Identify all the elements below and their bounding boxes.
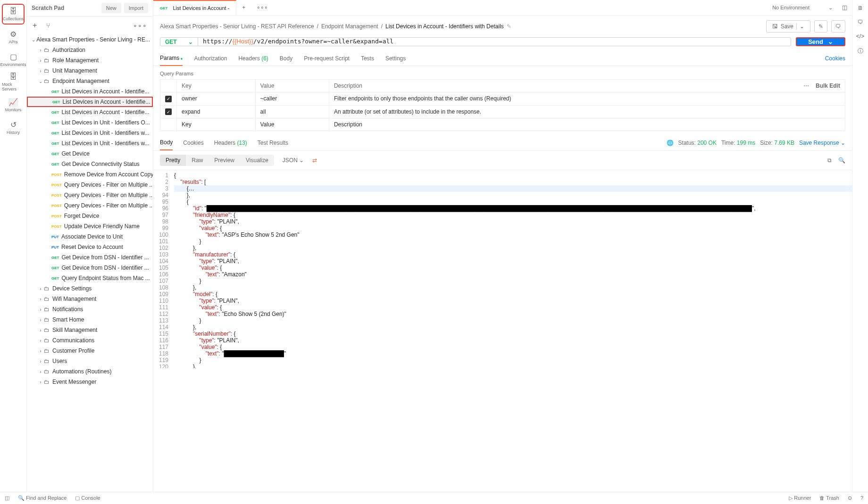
more-icon[interactable]: ∘∘∘ (133, 22, 147, 29)
environment-select[interactable]: No Environment⌄ (768, 3, 837, 13)
bulk-edit-link[interactable]: Bulk Edit (816, 83, 840, 89)
folder-customer-profile[interactable]: ›🗀Customer Profile (27, 346, 153, 356)
console[interactable]: ▢ Console (75, 495, 100, 501)
request-tab[interactable]: GET List Devices in Account - (153, 0, 236, 15)
runner[interactable]: ▷ Runner (789, 495, 811, 501)
docs-icon[interactable]: 🗎 (858, 5, 863, 11)
save-button[interactable]: 🖫Save⌄ (766, 20, 810, 33)
request-item[interactable]: POSTUpdate Device Friendly Name (27, 221, 153, 231)
code-icon[interactable]: </> (856, 33, 864, 40)
request-item[interactable]: POSTQuery Devices - Filter on Multiple .… (27, 190, 153, 200)
info-icon[interactable]: ⓘ (858, 47, 863, 55)
view-visualize[interactable]: Visualize (240, 155, 274, 166)
trash[interactable]: 🗑 Trash (819, 495, 839, 501)
request-item[interactable]: POSTQuery Devices - Filter on Multiple .… (27, 200, 153, 211)
folder-communications[interactable]: ›🗀Communications (27, 335, 153, 346)
filter-icon[interactable]: ⑂ (46, 22, 50, 29)
resp-tab-headers[interactable]: Headers (13) (214, 140, 247, 146)
request-item[interactable]: GETList Devices in Account - Identifie..… (27, 86, 153, 97)
comment-icon[interactable]: 🗨 (831, 20, 845, 33)
folder-unit-management[interactable]: ›🗀Unit Management (27, 66, 153, 76)
resp-tab-body[interactable]: Body (160, 135, 173, 150)
request-item[interactable]: GETList Devices in Unit - Identifiers O.… (27, 117, 153, 128)
param-row[interactable]: ✓expandallAn attribute (or set of attrib… (160, 105, 845, 118)
folder-wifi-management[interactable]: ›🗀Wifi Management (27, 294, 153, 304)
checkbox-icon[interactable]: ✓ (165, 108, 172, 115)
env-quick-look-icon[interactable]: ◫ (842, 4, 847, 11)
view-pretty[interactable]: Pretty (160, 155, 186, 166)
request-item[interactable]: GETList Devices in Unit - Identifiers w.… (27, 138, 153, 149)
send-button[interactable]: Send⌄ (796, 37, 845, 46)
resp-tab-test-results[interactable]: Test Results (258, 140, 288, 146)
edit-icon[interactable]: ✎ (507, 23, 511, 30)
view-preview[interactable]: Preview (209, 155, 240, 166)
request-item[interactable]: GETList Devices in Account - Identifie..… (27, 97, 153, 107)
request-item[interactable]: GETGet Device Connectivity Status (27, 159, 153, 169)
view-raw[interactable]: Raw (186, 155, 209, 166)
folder-device-settings[interactable]: ›🗀Device Settings (27, 283, 153, 294)
req-tab-body[interactable]: Body (280, 51, 292, 66)
main: GET List Devices in Account - + ∘∘∘ No E… (153, 0, 852, 504)
add-icon[interactable]: + (33, 21, 37, 30)
rail-monitors[interactable]: 📈Monitors (2, 94, 25, 115)
folder-smart-home[interactable]: ›🗀Smart Home (27, 314, 153, 325)
request-item[interactable]: GETQuery Endpoint Status from Mac ... (27, 273, 153, 283)
rail-collections[interactable]: 🗄Collections (2, 4, 25, 25)
folder-skill-management[interactable]: ›🗀Skill Management (27, 325, 153, 335)
more-icon[interactable]: ⋯ (803, 83, 809, 89)
http-method-select[interactable]: GET⌄ (160, 38, 198, 46)
search-icon[interactable]: 🔍 (838, 157, 845, 164)
comments-icon[interactable]: 🗨 (858, 19, 863, 25)
request-item[interactable]: POSTQuery Devices - Filter on Multiple .… (27, 180, 153, 190)
folder-authorization[interactable]: ›🗀Authorization (27, 45, 153, 55)
checkbox-icon[interactable]: ✓ (165, 96, 172, 102)
folder-users[interactable]: ›🗀Users (27, 356, 153, 366)
edit-mode-icon[interactable]: ✎ (814, 20, 827, 33)
request-item[interactable]: PUTAssociate Device to Unit (27, 231, 153, 242)
url-input[interactable]: https://{{Host}}/v2/endpoints?owner=~cal… (198, 38, 791, 46)
req-tab-tests[interactable]: Tests (361, 51, 374, 66)
cookies-link[interactable]: Cookies (825, 55, 845, 62)
request-item[interactable]: POSTForget Device (27, 211, 153, 221)
request-item[interactable]: GETGet Device from DSN - Identifier ... (27, 263, 153, 273)
rail-history[interactable]: ↺History (2, 117, 25, 138)
collection-root[interactable]: ⌄Alexa Smart Properties - Senior Living … (27, 34, 153, 45)
tab-more-icon[interactable]: ∘∘∘ (251, 4, 274, 11)
req-tab-params[interactable]: Params (160, 51, 183, 66)
folder-role-management[interactable]: ›🗀Role Management (27, 55, 153, 66)
help-icon[interactable]: ⊙ (848, 495, 852, 501)
breadcrumb: Alexa Smart Properties - Senior Living -… (153, 16, 852, 37)
folder-notifications[interactable]: ›🗀Notifications (27, 304, 153, 314)
request-item[interactable]: GETGet Device (27, 149, 153, 159)
response-body[interactable]: 1239495969798991001011021031041051061071… (153, 170, 852, 368)
request-item[interactable]: GETGet Device from DSN - Identifier ... (27, 252, 153, 263)
req-tab-pre-request-script[interactable]: Pre-request Script (304, 51, 350, 66)
copy-icon[interactable]: ⧉ (827, 157, 832, 164)
network-icon: 🌐 (667, 140, 674, 146)
sidebar-toggle-icon[interactable]: ◫ (5, 495, 9, 501)
request-item[interactable]: PUTReset Device to Account (27, 242, 153, 252)
request-item[interactable]: GETList Devices in Unit - Identifiers w.… (27, 128, 153, 138)
help2-icon[interactable]: ? (860, 495, 863, 501)
rail-mock servers[interactable]: 🗄Mock Servers (2, 72, 25, 92)
import-button[interactable]: Import (124, 3, 148, 13)
param-row-empty[interactable]: KeyValueDescription (160, 118, 845, 131)
folder-automations-(routines)[interactable]: ›🗀Automations (Routines) (27, 366, 153, 377)
save-response-link[interactable]: Save Response ⌄ (799, 140, 845, 146)
req-tab-authorization[interactable]: Authorization (194, 51, 227, 66)
new-button[interactable]: New (101, 3, 121, 13)
find-replace[interactable]: 🔍 Find and Replace (18, 495, 67, 501)
req-tab-settings[interactable]: Settings (385, 51, 406, 66)
folder-event-messenger[interactable]: ›🗀Event Messenger (27, 377, 153, 387)
rail-environments[interactable]: ▢Environments (2, 49, 25, 70)
req-tab-headers[interactable]: Headers (6) (238, 51, 268, 66)
add-tab-icon[interactable]: + (236, 4, 251, 11)
rail-apis[interactable]: ⚙APIs (2, 26, 25, 47)
request-item[interactable]: GETList Devices in Account - Identifie..… (27, 107, 153, 117)
folder-endpoint-management[interactable]: ⌄🗀Endpoint Management (27, 76, 153, 86)
param-row[interactable]: ✓owner~callerFilter endpoints to only th… (160, 92, 845, 106)
format-select[interactable]: JSON ⌄ (278, 155, 309, 166)
request-item[interactable]: POSTRemove Device from Account Copy (27, 169, 153, 180)
resp-tab-cookies[interactable]: Cookies (183, 140, 203, 146)
wrap-icon[interactable]: ⇄ (312, 157, 317, 164)
